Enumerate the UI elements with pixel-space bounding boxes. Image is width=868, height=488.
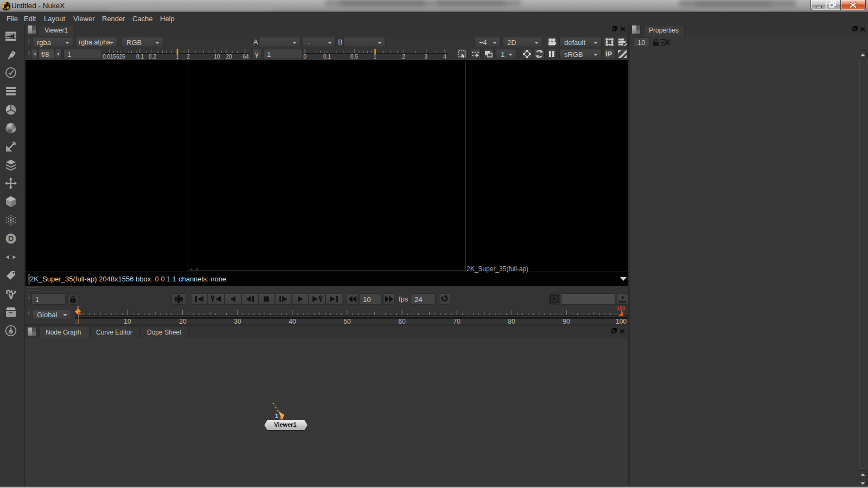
svg-text:1: 1 bbox=[373, 54, 376, 60]
svg-text:0: 0 bbox=[303, 54, 307, 60]
svg-text:3: 3 bbox=[424, 54, 427, 60]
svg-text:0.5: 0.5 bbox=[350, 54, 358, 60]
svg-text:1: 1 bbox=[275, 413, 278, 419]
svg-text:D: D bbox=[8, 234, 14, 243]
svg-text:0.1: 0.1 bbox=[323, 54, 331, 60]
svg-text:2: 2 bbox=[402, 54, 405, 60]
svg-text:4: 4 bbox=[443, 54, 446, 60]
